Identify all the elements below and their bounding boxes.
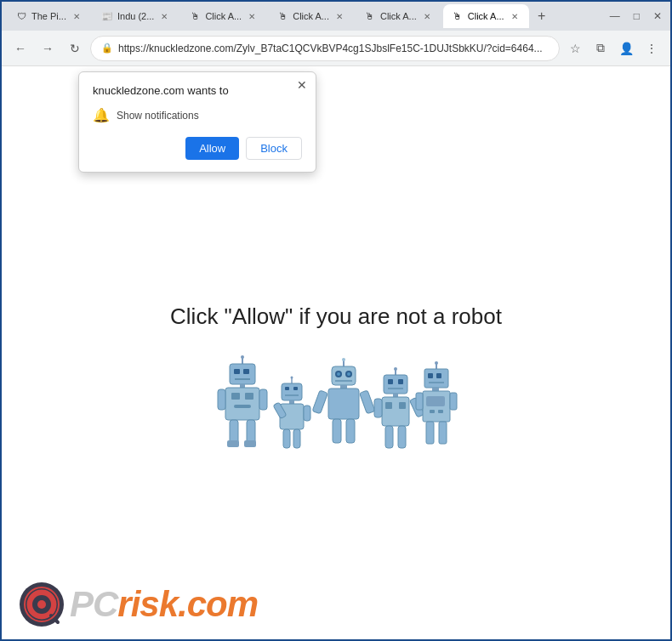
new-tab-button[interactable]: +	[531, 5, 553, 27]
svg-rect-12	[259, 389, 267, 410]
svg-rect-51	[385, 402, 392, 409]
reload-button[interactable]: ↻	[63, 37, 87, 60]
allow-button[interactable]: Allow	[185, 137, 239, 160]
svg-rect-19	[282, 383, 302, 400]
tab-5-favicon: 🖱	[364, 10, 376, 22]
notification-popup: knuckledzone.com wants to ✕ 🔔 Show notif…	[78, 71, 316, 173]
svg-rect-31	[332, 366, 356, 385]
bell-icon: 🔔	[93, 107, 110, 123]
svg-rect-52	[399, 402, 406, 409]
svg-rect-2	[230, 364, 255, 384]
svg-rect-37	[340, 385, 347, 389]
svg-rect-38	[328, 389, 359, 419]
svg-rect-67	[438, 410, 443, 413]
popup-permission: 🔔 Show notifications	[93, 107, 302, 123]
bookmark-button[interactable]: ☆	[563, 37, 587, 60]
minimize-button[interactable]: —	[607, 9, 624, 24]
svg-rect-20	[285, 387, 289, 390]
robots-svg	[213, 347, 459, 457]
svg-point-34	[337, 372, 340, 376]
svg-rect-65	[426, 396, 445, 406]
svg-rect-71	[439, 422, 447, 444]
svg-rect-27	[283, 429, 290, 448]
svg-rect-21	[293, 387, 298, 390]
tab-6-favicon: 🖱	[452, 10, 464, 22]
popup-title: knuckledzone.com wants to	[93, 84, 302, 97]
forward-button[interactable]: →	[36, 37, 60, 60]
svg-rect-56	[398, 426, 406, 448]
svg-rect-41	[333, 419, 341, 443]
svg-rect-53	[374, 399, 382, 417]
popup-permission-label: Show notifications	[117, 110, 199, 122]
tab-4-label: Click A...	[293, 11, 329, 21]
tab-2-close[interactable]: ✕	[158, 10, 170, 22]
svg-point-75	[37, 600, 46, 609]
tab-2-label: Indu (2...	[117, 11, 154, 21]
tab-6-close[interactable]: ✕	[509, 10, 521, 22]
svg-rect-39	[312, 390, 327, 414]
close-window-button[interactable]: ✕	[650, 9, 665, 24]
svg-rect-45	[384, 375, 407, 394]
page-content: Click "Allow" if you are not a robot	[170, 303, 502, 457]
tab-2[interactable]: 📰 Indu (2... ✕	[93, 4, 179, 28]
svg-rect-6	[240, 384, 245, 388]
maximize-button[interactable]: □	[630, 9, 643, 24]
block-button[interactable]: Block	[246, 137, 302, 160]
svg-point-58	[435, 361, 438, 365]
tab-3[interactable]: 🖱 Click A... ✕	[180, 4, 266, 28]
tab-4-favicon: 🖱	[276, 10, 288, 22]
tab-1-close[interactable]: ✕	[71, 10, 83, 22]
address-bar[interactable]: 🔒 https://knuckledzone.com/Zylv_B7taC1QC…	[90, 36, 560, 61]
navigation-bar: ← → ↻ 🔒 https://knuckledzone.com/Zylv_B7…	[2, 31, 670, 66]
svg-rect-8	[231, 393, 240, 400]
svg-rect-60	[428, 373, 433, 378]
svg-rect-63	[432, 388, 439, 391]
svg-rect-61	[436, 373, 441, 378]
svg-rect-14	[247, 420, 255, 444]
address-text: https://knuckledzone.com/Zylv_B7taC1QCVk…	[118, 43, 549, 54]
menu-button[interactable]: ⋮	[640, 37, 663, 60]
watermark: PCrisk.com	[19, 581, 258, 627]
tab-3-close[interactable]: ✕	[246, 10, 258, 22]
browser-content: knuckledzone.com wants to ✕ 🔔 Show notif…	[2, 66, 670, 641]
svg-point-1	[241, 355, 244, 359]
tab-4[interactable]: 🖱 Click A... ✕	[268, 4, 354, 28]
svg-point-30	[342, 358, 345, 361]
extensions-button[interactable]: ⧉	[589, 37, 612, 60]
svg-rect-28	[293, 429, 300, 448]
tab-6-label: Click A...	[468, 11, 504, 21]
window-controls: — □ ✕	[607, 9, 665, 24]
tab-5[interactable]: 🖱 Click A... ✕	[356, 4, 441, 28]
popup-close-button[interactable]: ✕	[297, 79, 307, 91]
svg-rect-59	[424, 369, 448, 388]
svg-rect-70	[426, 422, 434, 444]
svg-rect-42	[346, 419, 355, 443]
svg-point-18	[290, 376, 293, 378]
svg-rect-10	[234, 405, 251, 408]
tab-4-close[interactable]: ✕	[333, 10, 345, 22]
tab-1[interactable]: 🛡 The Pi... ✕	[7, 4, 91, 28]
svg-rect-46	[388, 379, 393, 384]
tab-6[interactable]: 🖱 Click A... ✕	[443, 4, 529, 28]
svg-point-35	[347, 372, 350, 376]
svg-rect-49	[393, 394, 398, 397]
svg-rect-50	[382, 397, 409, 426]
back-button[interactable]: ←	[9, 37, 32, 60]
svg-rect-69	[450, 393, 457, 410]
svg-rect-66	[430, 410, 435, 413]
tab-5-close[interactable]: ✕	[421, 10, 433, 22]
svg-rect-9	[245, 393, 253, 400]
svg-point-44	[394, 367, 397, 371]
svg-rect-26	[304, 406, 310, 421]
tab-1-favicon: 🛡	[15, 10, 27, 22]
tab-3-label: Click A...	[205, 11, 242, 21]
svg-rect-23	[289, 400, 294, 404]
profile-button[interactable]: 👤	[614, 37, 638, 60]
nav-actions: ☆ ⧉ 👤 ⋮	[563, 37, 663, 60]
tab-3-favicon: 🖱	[189, 10, 201, 22]
tab-5-label: Click A...	[380, 11, 417, 21]
tab-2-favicon: 📰	[101, 10, 113, 22]
watermark-text: PCrisk.com	[70, 584, 258, 625]
pcrisk-logo	[19, 581, 65, 627]
svg-rect-16	[244, 440, 256, 447]
